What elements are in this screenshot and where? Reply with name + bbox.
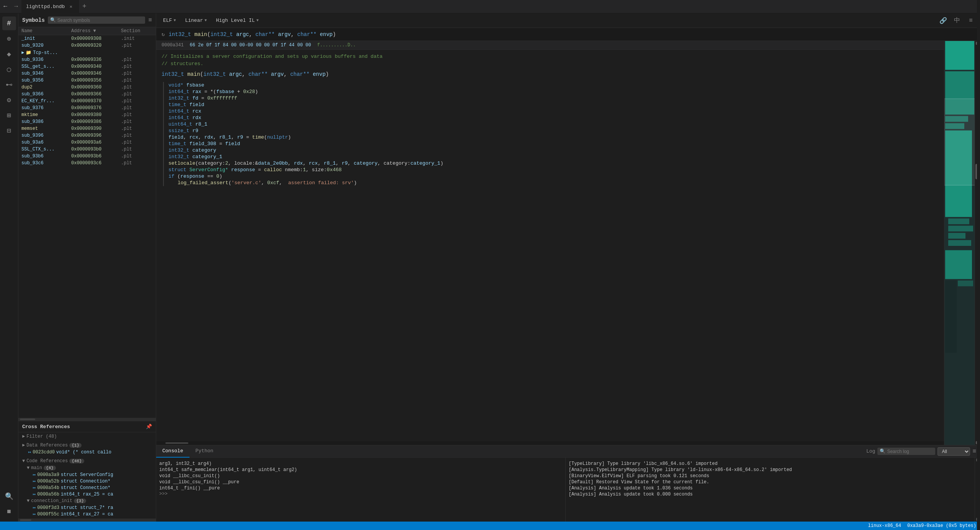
- list-item[interactable]: dup2 0x000009360 .plt: [18, 84, 156, 91]
- log-menu-icon[interactable]: ≡: [972, 448, 976, 455]
- forward-button[interactable]: →: [11, 0, 21, 13]
- back-button[interactable]: ←: [0, 0, 11, 13]
- list-item-group[interactable]: ► 📁 Tcp-st...: [18, 49, 156, 56]
- code-refs-count: {46}: [69, 459, 84, 463]
- hash-icon[interactable]: #: [2, 16, 16, 30]
- layer-icon[interactable]: ⊟: [2, 124, 16, 137]
- add-tab-button[interactable]: +: [79, 0, 90, 13]
- linear-label: Linear: [185, 18, 203, 23]
- list-item[interactable]: sub_9376 0x000009376 .plt: [18, 105, 156, 111]
- console-line: int64_t _fini() __pure: [159, 485, 562, 491]
- console-line: void __libc_csu_fini() __pure: [159, 479, 562, 485]
- list-item[interactable]: sub_9396 0x000009396 .plt: [18, 132, 156, 139]
- list-item[interactable]: sub_9346 0x000009346 .plt: [18, 70, 156, 77]
- menu-icon[interactable]: ≡: [965, 15, 976, 26]
- tab-lighttpd[interactable]: lighttpd.bndb ✕: [21, 0, 79, 13]
- symbol-menu-button[interactable]: ≡: [148, 17, 152, 24]
- code-line: int64_t rdx: [168, 115, 939, 121]
- list-item[interactable]: SSL_CTX_s... 0x0000093b0 .plt: [18, 146, 156, 153]
- arrow-icon: ↦: [33, 511, 36, 517]
- bookmark-icon[interactable]: ◯: [2, 62, 16, 76]
- list-item[interactable]: SSL_get_s... 0x000009340 .plt: [18, 63, 156, 70]
- xref-code-ref-item[interactable]: ↦ 0000a54b struct Connection*: [27, 484, 152, 491]
- list-item[interactable]: _init 0x000009308 .init: [18, 35, 156, 42]
- code-line: int32_t category: [168, 147, 939, 154]
- chevron-right-icon: ►: [22, 434, 25, 439]
- code-line: int64_t rcx: [168, 108, 939, 115]
- xref-code-refs-header[interactable]: ▼ Code References {46}: [22, 458, 152, 465]
- symbol-column-headers: Name Address ▼ Section: [18, 27, 156, 35]
- list-item[interactable]: sub_9356 0x000009356 .plt: [18, 77, 156, 84]
- hlil-dropdown[interactable]: High Level IL ▼: [213, 16, 261, 25]
- svg-rect-10: [945, 250, 972, 279]
- xref-pin-icon[interactable]: 📌: [146, 424, 152, 430]
- console-area[interactable]: arg3, int32_t arg4) int64_t safe_memclea…: [156, 458, 566, 522]
- tag-icon[interactable]: ◆: [2, 47, 16, 61]
- terminal-icon[interactable]: ■: [2, 505, 16, 519]
- list-item[interactable]: sub_9366 0x000009366 .plt: [18, 91, 156, 98]
- symbol-search-input[interactable]: [57, 18, 143, 23]
- list-item[interactable]: sub_9336 0x000009336 .plt: [18, 56, 156, 63]
- xref-code-refs-section: ▼ Code References {46} ▼ main {4} ↦: [18, 456, 156, 519]
- settings-icon[interactable]: ⚙: [2, 93, 16, 107]
- xref-filter[interactable]: ► Filter (48): [18, 432, 156, 441]
- elf-dropdown[interactable]: ELF ▼: [160, 16, 179, 25]
- xref-title: Cross References: [22, 424, 144, 430]
- log-search-input[interactable]: [887, 449, 933, 454]
- content-area: ELF ▼ Linear ▼ High Level IL ▼ 🔗 中 ≡ ↻ i…: [156, 13, 980, 522]
- xref-code-ref-item[interactable]: ↦ 0000a52b struct Connection*: [27, 478, 152, 484]
- xref-code-ref-item[interactable]: ↦ 0000a3a9 struct ServerConfig: [27, 471, 152, 478]
- code-scroll-area: 0000a341 66 2e 0f 1f 84 00 00-00 00 00 0…: [156, 41, 944, 445]
- list-item[interactable]: sub_9386 0x000009386 .plt: [18, 118, 156, 125]
- log-search-box[interactable]: 🔍: [877, 448, 935, 455]
- svg-rect-8: [948, 233, 965, 239]
- code-line: uint64_t r8_1: [168, 121, 939, 128]
- search-icon[interactable]: 🔍: [2, 489, 16, 503]
- link-icon[interactable]: 🔗: [938, 15, 949, 26]
- console-prompt: >>>: [159, 491, 562, 497]
- xref-code-ref-item[interactable]: ↦ 0000f3d3 struct struct_7* ra: [27, 504, 152, 511]
- tab-close-button[interactable]: ✕: [68, 3, 74, 10]
- chinese-icon[interactable]: 中: [952, 15, 962, 26]
- xref-connection-init-group[interactable]: ▼ connection_init {3}: [27, 497, 152, 504]
- xref-main-group[interactable]: ▼ main {4}: [27, 465, 152, 471]
- console-line: int64_t safe_memclear(int64_t arg1, uint…: [159, 467, 562, 473]
- list-item[interactable]: EC_KEY_fr... 0x000009370 .plt: [18, 98, 156, 105]
- status-bar: linux-x86_64 0xa3a9-0xa3ae (0x5 bytes): [0, 522, 980, 530]
- log-filter-dropdown[interactable]: All Errors Warnings Info: [938, 447, 970, 456]
- log-area[interactable]: [TypeLibrary] Type library 'libc_x86_64.…: [566, 458, 975, 522]
- col-address: Address ▼: [71, 28, 121, 34]
- search-icon: 🔍: [880, 448, 885, 454]
- tab-python[interactable]: Python: [189, 445, 220, 458]
- xref-code-ref-item[interactable]: ↦ 0000f55c int64_t rax_27 = ca: [27, 511, 152, 517]
- tab-console[interactable]: Console: [156, 445, 189, 458]
- xref-horizontal-scrollbar[interactable]: [18, 519, 156, 522]
- minimap[interactable]: [944, 41, 975, 445]
- list-item[interactable]: mktime 0x000009380 .plt: [18, 111, 156, 118]
- conn-init-count: {3}: [74, 499, 86, 503]
- refresh-icon[interactable]: ↻: [162, 31, 165, 38]
- code-line: struct ServerConfig* response = calloc n…: [168, 167, 939, 173]
- list-item[interactable]: sub_93b6 0x0000093b6 .plt: [18, 153, 156, 160]
- code-horizontal-scrollbar[interactable]: [156, 441, 944, 445]
- xref-data-refs-header[interactable]: ► Data References {1}: [22, 442, 152, 449]
- list-item[interactable]: sub_9320 0x000009320 .plt: [18, 42, 156, 49]
- grid-icon[interactable]: ⊞: [2, 108, 16, 122]
- list-item[interactable]: memset 0x000009390 .plt: [18, 125, 156, 132]
- linear-dropdown[interactable]: Linear ▼: [182, 16, 210, 25]
- arrow-icon: ↦: [33, 491, 36, 497]
- code-view[interactable]: // Initializes a server configuration an…: [156, 50, 944, 441]
- folder-icon: 📁: [26, 50, 31, 56]
- hex-line: 0000a341 66 2e 0f 1f 84 00 00-00 00 00 0…: [156, 41, 944, 50]
- crosshair-icon[interactable]: ⊕: [2, 32, 16, 46]
- list-item[interactable]: sub_93c6 0x0000093c6 .plt: [18, 160, 156, 167]
- code-body: // Initializes a server configuration an…: [156, 50, 944, 190]
- horizontal-scrollbar[interactable]: [18, 418, 156, 421]
- xref-data-ref-item[interactable]: ↦ 0023cdd0 void* (* const callo: [22, 449, 152, 455]
- svg-rect-12: [958, 280, 973, 286]
- branch-icon[interactable]: ⊷: [2, 78, 16, 92]
- search-icon: 🔍: [50, 17, 56, 23]
- symbol-search-box[interactable]: 🔍: [48, 16, 145, 24]
- xref-code-ref-item[interactable]: ↦ 0000a56b int64_t rax_25 = ca: [27, 491, 152, 497]
- list-item[interactable]: sub_93a6 0x0000093a6 .plt: [18, 139, 156, 146]
